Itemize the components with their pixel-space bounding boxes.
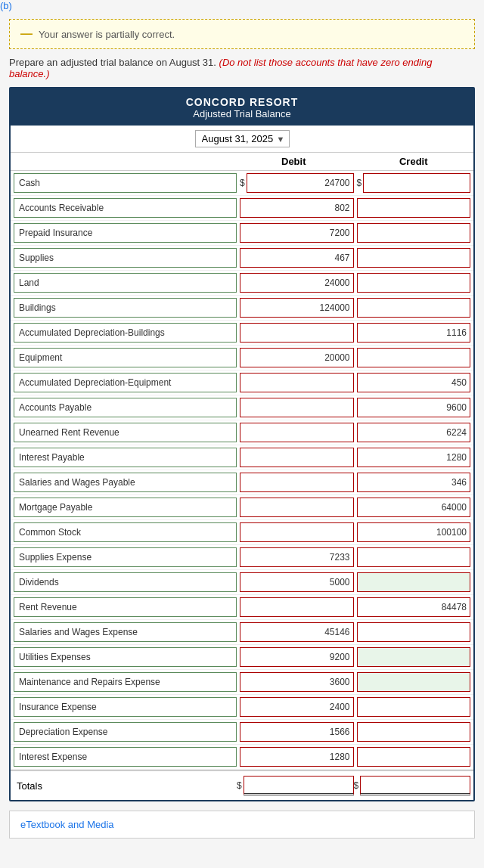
- tb-header: CONCORD RESORT Adjusted Trial Balance: [11, 88, 473, 126]
- credit-input[interactable]: [357, 722, 471, 742]
- tb-body: Cash$$Accounts ReceivablePrepaid Insuran…: [11, 171, 473, 770]
- account-cell: Supplies: [14, 248, 237, 268]
- debit-input[interactable]: [240, 198, 354, 218]
- credit-input[interactable]: [357, 622, 471, 642]
- credit-cell: [357, 722, 471, 742]
- credit-input[interactable]: [357, 498, 471, 517]
- credit-cell: [357, 498, 471, 517]
- credit-input[interactable]: [357, 747, 471, 767]
- account-cell: Accounts Receivable: [14, 198, 237, 218]
- account-cell: Accumulated Depreciation-Equipment: [14, 373, 237, 392]
- instructions-prefix: Prepare an adjusted trial balance on Aug…: [9, 57, 216, 68]
- date-select[interactable]: August 31, 2025: [195, 130, 290, 147]
- account-cell: Mortgage Payable: [14, 498, 237, 517]
- account-cell: Land: [14, 273, 237, 293]
- debit-input[interactable]: [240, 473, 354, 492]
- alert-message: Your answer is partially correct.: [39, 29, 175, 40]
- account-cell: Utilities Expenses: [14, 647, 237, 667]
- credit-input[interactable]: [357, 597, 471, 617]
- credit-cell: [357, 373, 471, 392]
- credit-input[interactable]: [363, 173, 470, 193]
- debit-input[interactable]: [240, 672, 354, 692]
- table-row: Interest Expense: [11, 745, 473, 770]
- debit-cell: [240, 672, 354, 692]
- debit-input[interactable]: [240, 547, 354, 567]
- table-row: Supplies: [11, 246, 473, 271]
- debit-cell: [240, 223, 354, 243]
- account-cell: Insurance Expense: [14, 697, 237, 717]
- debit-input[interactable]: [240, 747, 354, 767]
- credit-input[interactable]: [357, 373, 471, 392]
- debit-input[interactable]: [240, 622, 354, 642]
- debit-input[interactable]: [240, 423, 354, 442]
- totals-credit-input[interactable]: [360, 776, 470, 795]
- table-row: Accounts Receivable: [11, 196, 473, 221]
- credit-input[interactable]: [357, 423, 471, 442]
- credit-dollar-sign: $: [357, 178, 362, 188]
- totals-debit-dollar: $: [237, 780, 242, 791]
- debit-cell: [240, 498, 354, 517]
- credit-input[interactable]: [357, 198, 471, 218]
- debit-cell: [240, 522, 354, 542]
- tab-label[interactable]: (b): [0, 0, 12, 11]
- credit-input[interactable]: [357, 273, 471, 293]
- debit-input[interactable]: [240, 323, 354, 343]
- credit-input[interactable]: [357, 448, 471, 467]
- debit-input[interactable]: [240, 348, 354, 367]
- credit-input[interactable]: [357, 473, 471, 492]
- credit-input[interactable]: [357, 223, 471, 243]
- account-cell: Salaries and Wages Payable: [14, 473, 237, 492]
- table-row: Common Stock: [11, 520, 473, 545]
- debit-input[interactable]: [240, 248, 354, 268]
- credit-input[interactable]: [357, 248, 471, 268]
- account-cell: Accounts Payable: [14, 398, 237, 417]
- debit-input[interactable]: [240, 448, 354, 467]
- tab-bar: (b): [0, 0, 484, 11]
- credit-input[interactable]: [357, 323, 471, 343]
- credit-cell: [357, 597, 471, 617]
- account-cell: Equipment: [14, 348, 237, 367]
- table-row: Accumulated Depreciation-Equipment: [11, 370, 473, 395]
- debit-input[interactable]: [240, 498, 354, 517]
- table-row: Equipment: [11, 346, 473, 370]
- credit-cell: [357, 323, 471, 343]
- debit-cell: [240, 273, 354, 293]
- table-row: Unearned Rent Revenue: [11, 420, 473, 445]
- credit-cell: [357, 622, 471, 642]
- debit-input[interactable]: [240, 398, 354, 417]
- credit-input[interactable]: [357, 398, 471, 417]
- table-row: Salaries and Wages Payable: [11, 470, 473, 495]
- totals-debit-input[interactable]: [244, 776, 354, 795]
- totals-row: Totals $ $: [11, 770, 473, 800]
- credit-input[interactable]: [357, 697, 471, 717]
- debit-cell: [240, 747, 354, 767]
- table-row: Interest Payable: [11, 445, 473, 470]
- debit-input[interactable]: [240, 273, 354, 293]
- debit-input[interactable]: [240, 572, 354, 592]
- table-row: Land: [11, 271, 473, 296]
- account-cell: Dividends: [14, 572, 237, 592]
- credit-cell: [357, 473, 471, 492]
- debit-input[interactable]: [240, 522, 354, 542]
- etextbook-bar[interactable]: eTextbook and Media: [9, 811, 475, 839]
- debit-input[interactable]: [240, 298, 354, 318]
- totals-label: Totals: [14, 780, 237, 792]
- totals-credit-dollar: $: [354, 780, 359, 791]
- debit-input[interactable]: [240, 597, 354, 617]
- account-cell: Salaries and Wages Expense: [14, 622, 237, 642]
- debit-cell: [240, 597, 354, 617]
- debit-input[interactable]: [240, 647, 354, 667]
- credit-input[interactable]: [357, 298, 471, 318]
- debit-input[interactable]: [247, 173, 354, 193]
- debit-input[interactable]: [240, 697, 354, 717]
- credit-input[interactable]: [357, 522, 471, 542]
- debit-input[interactable]: [240, 722, 354, 742]
- credit-cell: [357, 423, 471, 442]
- debit-input[interactable]: [240, 223, 354, 243]
- credit-input[interactable]: [357, 547, 471, 567]
- debit-input[interactable]: [240, 373, 354, 392]
- credit-cell: [357, 672, 471, 692]
- debit-cell: [240, 473, 354, 492]
- debit-cell: [240, 373, 354, 392]
- credit-input[interactable]: [357, 348, 471, 367]
